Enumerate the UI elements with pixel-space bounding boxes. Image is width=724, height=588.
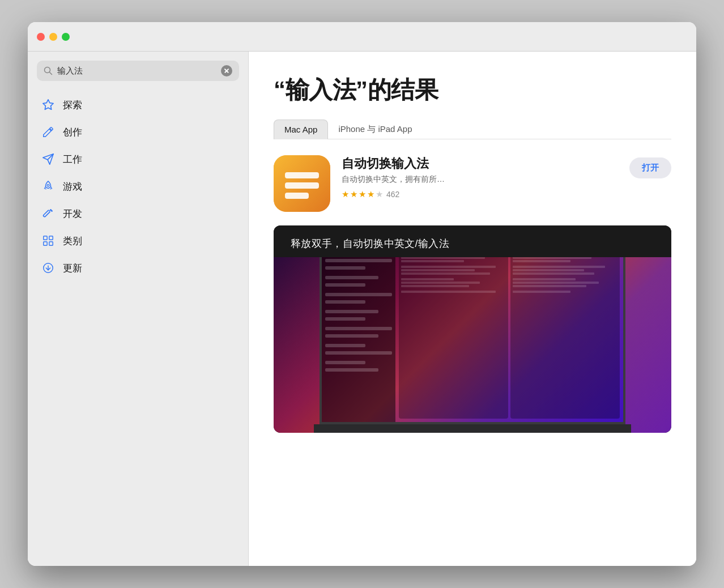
sidebar-item-develop[interactable]: 开发: [32, 201, 244, 226]
tab-bar: Mac App iPhone 与 iPad App: [274, 120, 671, 139]
app-icon-svg: [274, 155, 330, 212]
star-icon: [41, 98, 55, 112]
sidebar-label-updates: 更新: [63, 262, 82, 275]
mock-panel-1: [399, 257, 508, 419]
hammer-icon: [41, 207, 55, 220]
svg-marker-2: [43, 100, 53, 109]
screenshot-mockup: MacBook Air: [274, 257, 671, 433]
sidebar: 输入法 探索: [28, 52, 249, 566]
traffic-lights: [37, 33, 70, 41]
main-content: “输入法”的结果 Mac App iPhone 与 iPad App: [249, 52, 696, 566]
search-bar[interactable]: 输入法: [37, 61, 239, 81]
svg-rect-6: [44, 236, 47, 240]
mock-main: [395, 257, 623, 422]
minimize-button[interactable]: [49, 33, 57, 41]
tab-mac-app[interactable]: Mac App: [274, 120, 328, 139]
search-clear-button[interactable]: [221, 65, 232, 76]
grid-icon: [41, 234, 55, 248]
app-description: 自动切换中英文，拥有前所…: [342, 174, 618, 185]
search-icon: [44, 66, 53, 75]
star-1: ★: [342, 189, 349, 199]
macbook-base: MacBook Air: [314, 424, 631, 433]
screenshot-container: 释放双手，自动切换中英文/输入法: [274, 225, 671, 433]
page-title: “输入法”的结果: [274, 74, 671, 106]
rocket-icon: [41, 180, 55, 193]
mock-panel-2: [510, 257, 620, 419]
maximize-button[interactable]: [62, 33, 70, 41]
svg-rect-15: [285, 193, 309, 199]
sidebar-item-explore[interactable]: 探索: [32, 92, 244, 117]
sidebar-label-work: 工作: [63, 153, 82, 166]
macbook-frame: MacBook Air: [314, 257, 631, 433]
app-rating: ★ ★ ★ ★ ★ 462: [342, 189, 618, 199]
sidebar-label-explore: 探索: [63, 99, 82, 112]
svg-rect-8: [44, 242, 47, 245]
rating-count: 462: [386, 190, 399, 199]
svg-rect-9: [49, 242, 53, 245]
svg-rect-7: [49, 236, 53, 240]
sidebar-label-develop: 开发: [63, 207, 82, 220]
star-5-empty: ★: [376, 189, 383, 199]
tab-iphone-ipad-app[interactable]: iPhone 与 iPad App: [328, 120, 422, 139]
sidebar-item-categories[interactable]: 类别: [32, 228, 244, 253]
svg-rect-14: [285, 182, 319, 189]
star-2: ★: [350, 189, 357, 199]
app-result: 自动切换输入法 自动切换中英文，拥有前所… ★ ★ ★ ★ ★ 462 打开: [274, 155, 671, 212]
sidebar-label-categories: 类别: [63, 235, 82, 248]
svg-rect-13: [285, 172, 319, 178]
app-name: 自动切换输入法: [342, 155, 618, 172]
app-info: 自动切换输入法 自动切换中英文，拥有前所… ★ ★ ★ ★ ★ 462: [342, 155, 618, 199]
sidebar-item-work[interactable]: 工作: [32, 147, 244, 172]
svg-line-1: [50, 73, 52, 75]
mock-sidebar: [322, 257, 395, 422]
title-bar: [28, 22, 696, 52]
search-input[interactable]: 输入法: [57, 66, 216, 76]
sidebar-label-games: 游戏: [63, 180, 82, 193]
star-4-half: ★: [367, 189, 374, 199]
open-button[interactable]: 打开: [629, 157, 671, 178]
sidebar-item-updates[interactable]: 更新: [32, 255, 244, 280]
rating-stars: ★ ★ ★ ★ ★: [342, 189, 383, 199]
svg-point-5: [47, 184, 49, 186]
download-icon: [41, 261, 55, 275]
star-3: ★: [359, 189, 366, 199]
brush-icon: [41, 125, 55, 139]
screenshot-caption: 释放双手，自动切换中英文/输入法: [274, 225, 671, 257]
app-window: 输入法 探索: [28, 22, 696, 566]
window-body: 输入法 探索: [28, 52, 696, 566]
close-button[interactable]: [37, 33, 45, 41]
sidebar-item-games[interactable]: 游戏: [32, 174, 244, 199]
work-icon: [41, 152, 55, 166]
nav-items: 探索 创作: [28, 92, 248, 280]
sidebar-item-create[interactable]: 创作: [32, 120, 244, 144]
macbook-screen: [320, 257, 625, 424]
app-icon[interactable]: [274, 155, 330, 212]
screen-content: [322, 257, 623, 422]
sidebar-label-create: 创作: [63, 126, 82, 139]
